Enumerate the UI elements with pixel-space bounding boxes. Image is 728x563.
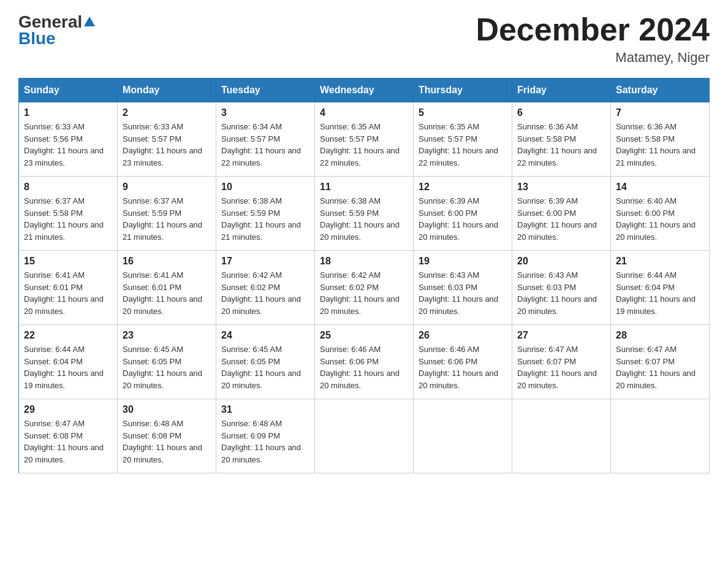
day-info: Sunrise: 6:47 AM Sunset: 6:07 PM Dayligh… bbox=[517, 343, 605, 391]
day-info: Sunrise: 6:47 AM Sunset: 6:07 PM Dayligh… bbox=[616, 343, 704, 391]
table-row: 20 Sunrise: 6:43 AM Sunset: 6:03 PM Dayl… bbox=[512, 251, 611, 325]
calendar-week-row: 15 Sunrise: 6:41 AM Sunset: 6:01 PM Dayl… bbox=[19, 251, 710, 325]
day-info: Sunrise: 6:37 AM Sunset: 5:58 PM Dayligh… bbox=[24, 195, 112, 243]
table-row: 27 Sunrise: 6:47 AM Sunset: 6:07 PM Dayl… bbox=[512, 325, 611, 399]
day-number: 5 bbox=[419, 107, 507, 118]
day-number: 24 bbox=[221, 330, 309, 341]
day-number: 3 bbox=[221, 107, 309, 118]
table-row: 5 Sunrise: 6:35 AM Sunset: 5:57 PM Dayli… bbox=[414, 102, 512, 177]
day-number: 29 bbox=[24, 404, 112, 415]
day-number: 14 bbox=[616, 182, 704, 193]
calendar-header-row: Sunday Monday Tuesday Wednesday Thursday… bbox=[19, 79, 710, 102]
table-row: 12 Sunrise: 6:39 AM Sunset: 6:00 PM Dayl… bbox=[414, 177, 512, 251]
table-row: 22 Sunrise: 6:44 AM Sunset: 6:04 PM Dayl… bbox=[19, 325, 118, 399]
day-number: 13 bbox=[517, 182, 605, 193]
col-header-tuesday: Tuesday bbox=[216, 79, 315, 102]
table-row: 24 Sunrise: 6:45 AM Sunset: 6:05 PM Dayl… bbox=[216, 325, 315, 399]
col-header-sunday: Sunday bbox=[19, 79, 118, 102]
location-subtitle: Matamey, Niger bbox=[476, 50, 710, 66]
day-info: Sunrise: 6:42 AM Sunset: 6:02 PM Dayligh… bbox=[221, 269, 309, 317]
day-number: 18 bbox=[320, 256, 408, 267]
table-row: 26 Sunrise: 6:46 AM Sunset: 6:06 PM Dayl… bbox=[414, 325, 512, 399]
day-info: Sunrise: 6:37 AM Sunset: 5:59 PM Dayligh… bbox=[123, 195, 211, 243]
day-number: 15 bbox=[24, 256, 112, 267]
table-row: 1 Sunrise: 6:33 AM Sunset: 5:56 PM Dayli… bbox=[19, 102, 118, 177]
day-number: 31 bbox=[221, 404, 309, 415]
table-row: 2 Sunrise: 6:33 AM Sunset: 5:57 PM Dayli… bbox=[118, 102, 216, 177]
day-number: 10 bbox=[221, 182, 309, 193]
day-info: Sunrise: 6:34 AM Sunset: 5:57 PM Dayligh… bbox=[221, 121, 309, 169]
col-header-monday: Monday bbox=[118, 79, 216, 102]
table-row: 18 Sunrise: 6:42 AM Sunset: 6:02 PM Dayl… bbox=[315, 251, 414, 325]
day-number: 4 bbox=[320, 107, 408, 118]
table-row: 23 Sunrise: 6:45 AM Sunset: 6:05 PM Dayl… bbox=[118, 325, 216, 399]
table-row bbox=[611, 399, 710, 473]
day-number: 27 bbox=[517, 330, 605, 341]
day-info: Sunrise: 6:44 AM Sunset: 6:04 PM Dayligh… bbox=[24, 343, 112, 391]
table-row: 15 Sunrise: 6:41 AM Sunset: 6:01 PM Dayl… bbox=[19, 251, 118, 325]
table-row: 13 Sunrise: 6:39 AM Sunset: 6:00 PM Dayl… bbox=[512, 177, 611, 251]
table-row: 3 Sunrise: 6:34 AM Sunset: 5:57 PM Dayli… bbox=[216, 102, 315, 177]
day-number: 16 bbox=[123, 256, 211, 267]
day-info: Sunrise: 6:41 AM Sunset: 6:01 PM Dayligh… bbox=[123, 269, 211, 317]
day-info: Sunrise: 6:41 AM Sunset: 6:01 PM Dayligh… bbox=[24, 269, 112, 317]
table-row: 14 Sunrise: 6:40 AM Sunset: 6:00 PM Dayl… bbox=[611, 177, 710, 251]
day-number: 17 bbox=[221, 256, 309, 267]
table-row bbox=[414, 399, 512, 473]
table-row: 16 Sunrise: 6:41 AM Sunset: 6:01 PM Dayl… bbox=[118, 251, 216, 325]
day-number: 26 bbox=[419, 330, 507, 341]
day-number: 23 bbox=[123, 330, 211, 341]
day-number: 28 bbox=[616, 330, 704, 341]
day-info: Sunrise: 6:33 AM Sunset: 5:57 PM Dayligh… bbox=[123, 121, 211, 169]
logo: General Blue bbox=[18, 12, 97, 48]
table-row bbox=[315, 399, 414, 473]
day-number: 9 bbox=[123, 182, 211, 193]
day-info: Sunrise: 6:46 AM Sunset: 6:06 PM Dayligh… bbox=[320, 343, 408, 391]
table-row bbox=[512, 399, 611, 473]
day-number: 20 bbox=[517, 256, 605, 267]
month-year-title: December 2024 bbox=[476, 12, 710, 47]
table-row: 6 Sunrise: 6:36 AM Sunset: 5:58 PM Dayli… bbox=[512, 102, 611, 177]
table-row: 17 Sunrise: 6:42 AM Sunset: 6:02 PM Dayl… bbox=[216, 251, 315, 325]
col-header-friday: Friday bbox=[512, 79, 611, 102]
day-info: Sunrise: 6:36 AM Sunset: 5:58 PM Dayligh… bbox=[616, 121, 704, 169]
table-row: 8 Sunrise: 6:37 AM Sunset: 5:58 PM Dayli… bbox=[19, 177, 118, 251]
day-info: Sunrise: 6:39 AM Sunset: 6:00 PM Dayligh… bbox=[517, 195, 605, 243]
day-info: Sunrise: 6:43 AM Sunset: 6:03 PM Dayligh… bbox=[517, 269, 605, 317]
calendar-week-row: 22 Sunrise: 6:44 AM Sunset: 6:04 PM Dayl… bbox=[19, 325, 710, 399]
table-row: 21 Sunrise: 6:44 AM Sunset: 6:04 PM Dayl… bbox=[611, 251, 710, 325]
table-row: 25 Sunrise: 6:46 AM Sunset: 6:06 PM Dayl… bbox=[315, 325, 414, 399]
day-info: Sunrise: 6:38 AM Sunset: 5:59 PM Dayligh… bbox=[320, 195, 408, 243]
calendar-week-row: 8 Sunrise: 6:37 AM Sunset: 5:58 PM Dayli… bbox=[19, 177, 710, 251]
table-row: 28 Sunrise: 6:47 AM Sunset: 6:07 PM Dayl… bbox=[611, 325, 710, 399]
day-number: 12 bbox=[419, 182, 507, 193]
table-row: 19 Sunrise: 6:43 AM Sunset: 6:03 PM Dayl… bbox=[414, 251, 512, 325]
day-number: 30 bbox=[123, 404, 211, 415]
col-header-thursday: Thursday bbox=[414, 79, 512, 102]
day-info: Sunrise: 6:47 AM Sunset: 6:08 PM Dayligh… bbox=[24, 418, 112, 465]
day-info: Sunrise: 6:42 AM Sunset: 6:02 PM Dayligh… bbox=[320, 269, 408, 317]
table-row: 7 Sunrise: 6:36 AM Sunset: 5:58 PM Dayli… bbox=[611, 102, 710, 177]
day-info: Sunrise: 6:38 AM Sunset: 5:59 PM Dayligh… bbox=[221, 195, 309, 243]
svg-marker-0 bbox=[84, 17, 95, 26]
day-info: Sunrise: 6:44 AM Sunset: 6:04 PM Dayligh… bbox=[616, 269, 704, 317]
calendar-week-row: 29 Sunrise: 6:47 AM Sunset: 6:08 PM Dayl… bbox=[19, 399, 710, 473]
day-info: Sunrise: 6:43 AM Sunset: 6:03 PM Dayligh… bbox=[419, 269, 507, 317]
page-header: General Blue December 2024 Matamey, Nige… bbox=[18, 12, 710, 66]
day-info: Sunrise: 6:39 AM Sunset: 6:00 PM Dayligh… bbox=[419, 195, 507, 243]
day-number: 11 bbox=[320, 182, 408, 193]
col-header-saturday: Saturday bbox=[611, 79, 710, 102]
day-number: 22 bbox=[24, 330, 112, 341]
day-info: Sunrise: 6:35 AM Sunset: 5:57 PM Dayligh… bbox=[419, 121, 507, 169]
col-header-wednesday: Wednesday bbox=[315, 79, 414, 102]
day-number: 19 bbox=[419, 256, 507, 267]
day-info: Sunrise: 6:36 AM Sunset: 5:58 PM Dayligh… bbox=[517, 121, 605, 169]
day-info: Sunrise: 6:48 AM Sunset: 6:09 PM Dayligh… bbox=[221, 418, 309, 465]
day-number: 25 bbox=[320, 330, 408, 341]
table-row: 29 Sunrise: 6:47 AM Sunset: 6:08 PM Dayl… bbox=[19, 399, 118, 473]
day-info: Sunrise: 6:40 AM Sunset: 6:00 PM Dayligh… bbox=[616, 195, 704, 243]
logo-triangle-icon bbox=[83, 15, 96, 29]
title-block: December 2024 Matamey, Niger bbox=[476, 12, 710, 66]
day-number: 1 bbox=[24, 107, 112, 118]
table-row: 10 Sunrise: 6:38 AM Sunset: 5:59 PM Dayl… bbox=[216, 177, 315, 251]
